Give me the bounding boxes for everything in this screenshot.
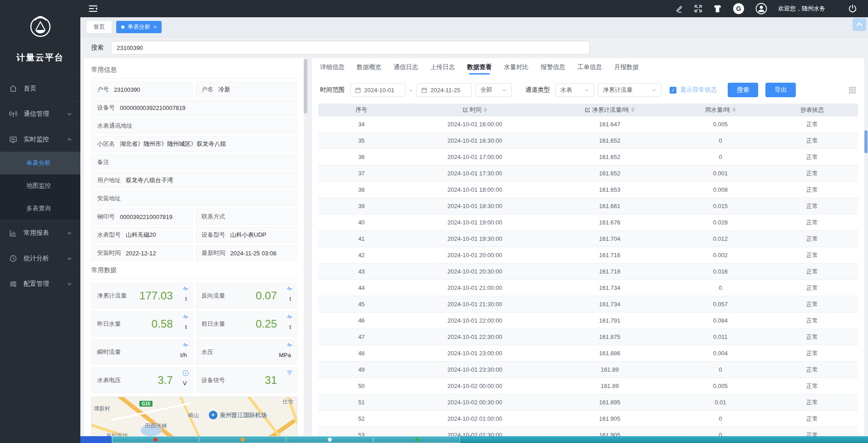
- shirt-icon[interactable]: [713, 5, 722, 13]
- airport-marker[interactable]: ✈泉州晋江国际机场: [209, 411, 267, 419]
- sidebar-item-realtime-monitor[interactable]: 实时监控: [0, 126, 80, 152]
- detail-tab-7[interactable]: 报警信息: [541, 58, 565, 76]
- g-badge-icon[interactable]: G: [733, 3, 745, 15]
- metric-card: 设备信号31: [196, 367, 298, 393]
- end-date-input[interactable]: 2024-11-25: [416, 83, 472, 97]
- show-abnormal-checkbox[interactable]: ✓: [670, 87, 676, 94]
- collapse-sidebar-icon[interactable]: [89, 5, 98, 12]
- sort-carets-icon[interactable]: [631, 107, 635, 112]
- info-field: 水表型号山科无磁20: [91, 227, 193, 243]
- table-row[interactable]: 432024-10-01 20:30:00161.7180.016正常: [318, 264, 858, 280]
- power-icon[interactable]: [848, 4, 857, 13]
- column-header[interactable]: 用水量/吨: [675, 106, 766, 114]
- info-field-row: 钢印号0000392210007819联系方式: [91, 209, 297, 225]
- pulse-icon[interactable]: [286, 314, 293, 320]
- export-button[interactable]: 导出: [765, 83, 796, 97]
- table-row[interactable]: 352024-10-01 16:30:00161.6520正常: [318, 133, 858, 149]
- pulse-icon[interactable]: [182, 314, 189, 320]
- tab-home[interactable]: 首页: [87, 21, 112, 33]
- sidebar-subitem-multi-meter-query[interactable]: 多表查询: [0, 197, 80, 220]
- pulse-icon[interactable]: [182, 342, 189, 348]
- detail-tab-2[interactable]: 数据概览: [357, 58, 381, 76]
- detail-tabs: 详细信息数据概览通信日志上传日志数据查看水量对比报警信息工单信息月报数据: [312, 58, 864, 76]
- table-cell: 39: [318, 203, 404, 209]
- bolt-icon[interactable]: [182, 370, 189, 376]
- column-header[interactable]: 时间: [404, 106, 545, 114]
- table-row[interactable]: 532024-10-02 01:30:00161.9050正常: [318, 427, 858, 436]
- edit-icon[interactable]: [675, 5, 683, 13]
- sidebar-item-comm-mgmt[interactable]: 通信管理: [0, 101, 80, 126]
- info-field-value: 0000392210007819: [120, 214, 173, 220]
- sort-carets-icon[interactable]: [483, 107, 487, 112]
- sort-carets-icon[interactable]: [732, 107, 736, 112]
- left-panel-scrollbar[interactable]: [304, 58, 307, 436]
- detail-tab-8[interactable]: 工单信息: [577, 58, 602, 76]
- detail-tab-9[interactable]: 月报数据: [614, 58, 639, 76]
- taskbar-window[interactable]: [199, 436, 286, 443]
- detail-tab-4[interactable]: 上传日志: [430, 58, 455, 76]
- start-date-input[interactable]: 2024-10-01: [350, 83, 405, 97]
- topbar-actions: G 欢迎您，随州水务: [675, 3, 860, 15]
- table-row[interactable]: 492024-10-01 23:30:00161.890正常: [318, 362, 858, 378]
- search-button[interactable]: 搜索: [728, 83, 758, 97]
- back-to-top-button[interactable]: [853, 18, 866, 31]
- wifi-icon[interactable]: [286, 370, 293, 376]
- location-map[interactable]: G15G15塘新村田园张林崎山风炉后坑镇霞村晋江市后林杏坂社区仕舍✈泉州晋江国际…: [91, 397, 297, 436]
- sidebar-item-common-reports[interactable]: 常用报表: [0, 220, 80, 245]
- edit-column-icon[interactable]: [585, 107, 590, 113]
- show-abnormal-label[interactable]: 显示异常状态: [680, 86, 717, 94]
- table-row[interactable]: 522024-10-02 01:00:00161.9050正常: [318, 411, 858, 427]
- sidebar-subitem-single-meter-analysis[interactable]: 单表分析: [0, 152, 80, 174]
- table-cell: 2024-10-02 00:00:00: [404, 383, 545, 389]
- metric-value: 0.25: [256, 318, 277, 330]
- table-cell: 正常: [766, 120, 858, 129]
- sidebar-subitem-map-monitor[interactable]: 地图监控: [0, 174, 80, 197]
- sidebar-item-home[interactable]: 首页: [0, 75, 80, 101]
- taskbar-window[interactable]: [286, 436, 373, 443]
- table-row[interactable]: 342024-10-01 16:00:00161.6470.005正常: [318, 116, 858, 133]
- taskbar-app[interactable]: [80, 436, 111, 443]
- search-input[interactable]: [111, 41, 590, 55]
- table-row[interactable]: 392024-10-01 18:30:00161.6610.015正常: [318, 198, 858, 214]
- table-row[interactable]: 372024-10-01 17:30:00161.6520.001正常: [318, 165, 858, 182]
- info-field: 安装时间2022-12-12: [91, 245, 193, 261]
- pulse-icon[interactable]: [286, 285, 293, 292]
- table-row[interactable]: 402024-10-01 19:00:00161.6760.028正常: [318, 214, 858, 231]
- table-row[interactable]: 362024-10-01 17:00:00161.6520正常: [318, 149, 858, 165]
- taskbar-window[interactable]: [112, 436, 198, 443]
- edit-column-icon[interactable]: [463, 107, 468, 113]
- page-scroll-thumb[interactable]: [864, 130, 868, 153]
- pulse-icon[interactable]: [182, 285, 189, 292]
- table-row[interactable]: 412024-10-01 19:30:00161.7040.012正常: [318, 231, 858, 247]
- detail-tab-3[interactable]: 通信日志: [394, 58, 418, 76]
- metric-select[interactable]: 净累计流量: [598, 83, 661, 97]
- table-row[interactable]: 482024-10-01 23:00:00161.8860.004正常: [318, 345, 858, 362]
- table-row[interactable]: 462024-10-01 22:00:00161.7910.084正常: [318, 313, 858, 329]
- table-row[interactable]: 382024-10-01 18:00:00161.6530.008正常: [318, 182, 858, 198]
- table-row[interactable]: 452024-10-01 21:30:00161.7340.057正常: [318, 296, 858, 313]
- left-panel-scroll-thumb[interactable]: [304, 59, 307, 114]
- channel-select[interactable]: 水表: [555, 83, 594, 97]
- table-cell: 0.001: [675, 170, 766, 177]
- metric-unit: MPa: [279, 352, 291, 358]
- sidebar-item-stats-analysis[interactable]: 统计分析: [0, 245, 80, 271]
- pulse-icon[interactable]: [286, 342, 293, 348]
- tab-single-meter-analysis[interactable]: 单表分析 ×: [116, 21, 162, 33]
- granularity-select[interactable]: 全部: [475, 83, 512, 97]
- sidebar-item-config-mgmt[interactable]: 配置管理: [0, 271, 80, 296]
- table-row[interactable]: 422024-10-01 20:00:00161.7160.002正常: [318, 247, 858, 264]
- detail-tab-1[interactable]: 详细信息: [320, 58, 345, 76]
- table-row[interactable]: 502024-10-02 00:00:00161.890.005正常: [318, 378, 858, 394]
- detail-tab-6[interactable]: 水量对比: [504, 58, 528, 76]
- metric-card: 净累计流量177.03t: [91, 283, 193, 309]
- table-row[interactable]: 442024-10-01 21:00:00161.7340正常: [318, 280, 858, 296]
- table-row[interactable]: 512024-10-02 00:30:00161.8950.01正常: [318, 394, 858, 411]
- detail-tab-5[interactable]: 数据查看: [467, 58, 492, 76]
- taskbar-window[interactable]: [374, 436, 460, 443]
- avatar-icon[interactable]: [755, 3, 767, 15]
- column-header[interactable]: 净累计流量/吨: [545, 106, 674, 114]
- column-settings-icon[interactable]: [848, 86, 856, 94]
- table-row[interactable]: 472024-10-01 22:30:00161.8750.011正常: [318, 329, 858, 345]
- fullscreen-icon[interactable]: [694, 5, 702, 13]
- close-tab-icon[interactable]: ×: [153, 24, 157, 30]
